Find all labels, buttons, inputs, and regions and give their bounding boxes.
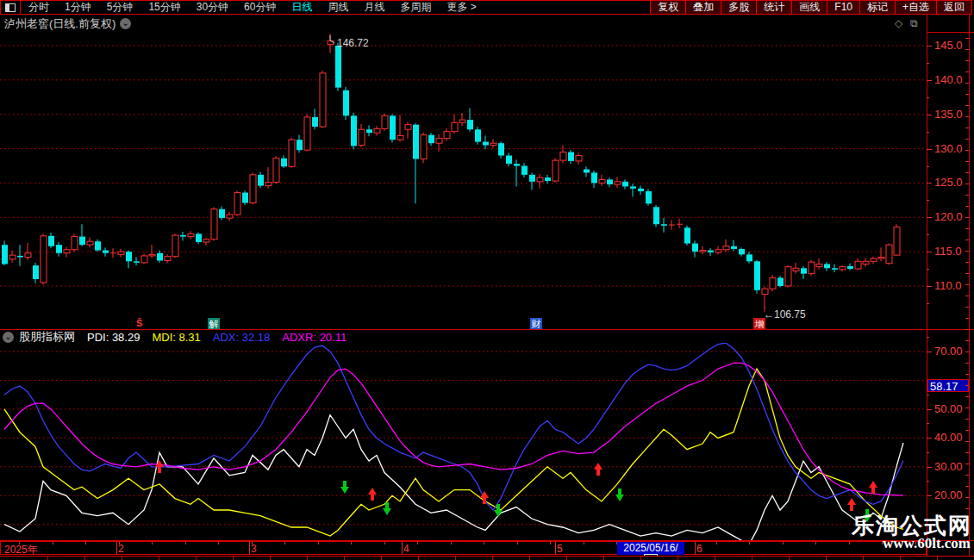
edge-tick: [965, 508, 969, 509]
edge-tick: [965, 497, 969, 498]
stock-app-window: 分时1分钟5分钟15分钟30分钟60分钟日线周线月线多周期更多 > 复权叠加多股…: [0, 0, 974, 560]
ind-label-40.00: 40.00: [934, 431, 969, 444]
period-item-6[interactable]: 日线: [284, 1, 320, 14]
edge-tick: [965, 363, 969, 364]
edge-tick: [965, 228, 969, 229]
ind-tick: [927, 409, 932, 410]
period-item-7[interactable]: 周线: [320, 1, 356, 14]
period-item-8[interactable]: 月线: [356, 1, 392, 14]
period-item-2[interactable]: 5分钟: [99, 1, 141, 14]
chart-titlebar: 泸州老窖(日线.前复权) ⌄ ◇ ⧉: [0, 15, 974, 33]
indicator-current-value: 58.17: [927, 379, 969, 392]
price-minor-tick: [927, 63, 929, 64]
ind-minor-tick: [927, 481, 929, 482]
chevron-down-icon[interactable]: ⌄: [120, 18, 131, 29]
edge-tick: [965, 172, 969, 173]
time-label-2: 3: [251, 543, 257, 555]
window-layout-button[interactable]: [1, 1, 21, 14]
tool-item-0[interactable]: 复权: [650, 1, 685, 14]
week-tick: [451, 542, 452, 544]
edge-tick: [965, 94, 969, 95]
period-item-1[interactable]: 1分钟: [57, 1, 99, 14]
period-item-3[interactable]: 15分钟: [140, 1, 188, 14]
edge-tick: [965, 475, 969, 476]
tool-item-2[interactable]: 多股: [721, 1, 756, 14]
ind-label-20.00: 20.00: [934, 488, 969, 501]
pane-icon[interactable]: ⧉: [910, 17, 918, 29]
edge-tick: [965, 464, 969, 464]
edge-tick: [965, 38, 969, 39]
sell-signal-marker: Ŝ: [136, 318, 142, 328]
stub-separator: [492, 557, 493, 560]
edge-tick: [965, 374, 969, 375]
stub-separator: [715, 557, 715, 560]
watermark-site-url: www.60lt.com: [883, 535, 971, 552]
edge-tick: [965, 262, 969, 263]
edge-tick: [965, 396, 969, 397]
period-item-5[interactable]: 60分钟: [236, 1, 284, 14]
period-item-0[interactable]: 分时: [21, 1, 57, 14]
tool-item-1[interactable]: 叠加: [685, 1, 721, 14]
ind-minor-tick: [927, 423, 929, 424]
svg-text:146.72: 146.72: [337, 37, 369, 49]
edge-tick: [965, 240, 969, 240]
ind-label-50.00: 50.00: [934, 402, 969, 415]
indicator-value-3: ADXR: 20.11: [282, 331, 347, 344]
price-minor-tick: [927, 269, 929, 270]
ind-tick: [927, 438, 932, 439]
tools-menu: 复权叠加多股统计画线F10标记+自选返回: [650, 1, 971, 14]
edge-tick: [965, 452, 969, 453]
week-tick: [550, 542, 551, 544]
edge-tick: [965, 72, 969, 72]
ind-label-30.00: 30.00: [934, 460, 969, 473]
news-flag-解[interactable]: 解: [208, 318, 220, 330]
chart-title: 泸州老窖(日线.前复权): [4, 16, 116, 32]
tool-item-4[interactable]: 画线: [791, 1, 827, 14]
stub-separator: [122, 557, 122, 560]
candlestick-chart[interactable]: 146.72←106.75: [0, 33, 927, 330]
stub-separator: [566, 557, 567, 560]
tool-item-8[interactable]: 返回: [936, 1, 971, 14]
diamond-icon[interactable]: ◇: [895, 17, 902, 29]
week-tick: [783, 542, 784, 544]
tool-item-6[interactable]: 标记: [859, 1, 895, 14]
time-axis[interactable]: 2025年234562025/05/16/五: [0, 541, 927, 555]
week-tick: [716, 542, 717, 544]
time-label-1: 2: [118, 543, 124, 555]
edge-tick: [965, 273, 969, 274]
edge-tick: [965, 284, 969, 285]
news-flag-财[interactable]: 财: [530, 318, 542, 330]
news-flag-增[interactable]: 增: [753, 318, 765, 330]
panel-divider: [0, 329, 974, 330]
price-tick: [927, 252, 932, 252]
week-tick: [284, 542, 285, 544]
period-item-9[interactable]: 多周期: [392, 1, 439, 14]
week-tick: [185, 542, 186, 544]
price-minor-tick: [927, 97, 929, 98]
edge-tick: [965, 217, 969, 218]
edge-tick: [965, 329, 969, 330]
stub-separator: [529, 557, 530, 560]
period-item-4[interactable]: 30分钟: [189, 1, 236, 14]
stub-separator: [937, 557, 938, 560]
split-window-icon: [5, 3, 16, 12]
month-tick: [116, 542, 117, 554]
tool-item-3[interactable]: 统计: [756, 1, 791, 14]
edge-tick: [965, 430, 969, 431]
indicator-chart[interactable]: [0, 343, 927, 540]
stub-separator: [159, 557, 159, 560]
week-tick: [351, 542, 352, 544]
week-tick: [152, 542, 153, 544]
indicator-values: PDI: 38.29MDI: 8.31ADX: 32.18ADXR: 20.11: [75, 331, 347, 344]
edge-tick: [965, 408, 969, 408]
tool-item-5[interactable]: F10: [827, 1, 859, 14]
stub-separator: [418, 557, 419, 560]
edge-tick: [965, 352, 969, 352]
price-label-110.0: 110.0: [934, 279, 969, 292]
edge-tick: [965, 116, 969, 117]
period-item-10[interactable]: 更多 >: [439, 1, 484, 14]
week-tick: [53, 542, 53, 544]
edge-tick: [965, 49, 969, 50]
tool-item-7[interactable]: +自选: [895, 1, 936, 14]
indicator-chevron-icon[interactable]: ⌄: [3, 332, 14, 343]
